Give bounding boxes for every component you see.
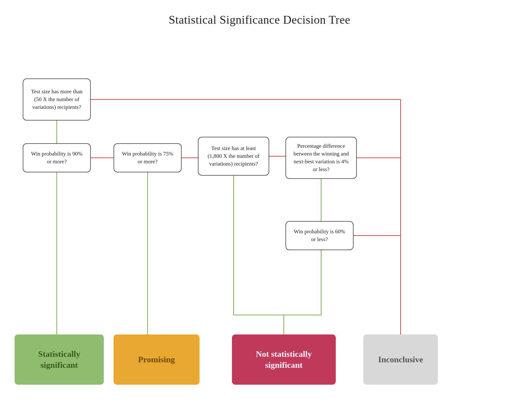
- win-prob-75-box: Win probability is 75% or more?: [114, 143, 182, 172]
- page-title: Statistical Significance Decision Tree: [0, 0, 519, 36]
- result-promising: Promising: [114, 334, 199, 385]
- win-prob-90-box: Win probability is 90% or more?: [23, 143, 91, 172]
- test-size-1800-box: Test size has at least (1,800 X the numb…: [198, 137, 269, 176]
- result-inconclusive: Inconclusive: [363, 334, 438, 385]
- diagram-container: Test size has more than (50 X the number…: [0, 36, 519, 419]
- result-not-significant: Not statistically significant: [232, 334, 336, 385]
- result-statistically-significant: Statistically significant: [15, 334, 104, 385]
- test-size-50-box: Test size has more than (50 X the number…: [23, 78, 91, 121]
- win-prob-60-box: Win probability is 60% or less?: [285, 221, 354, 250]
- pct-diff-4-box: Percentage difference between the winnin…: [285, 137, 357, 179]
